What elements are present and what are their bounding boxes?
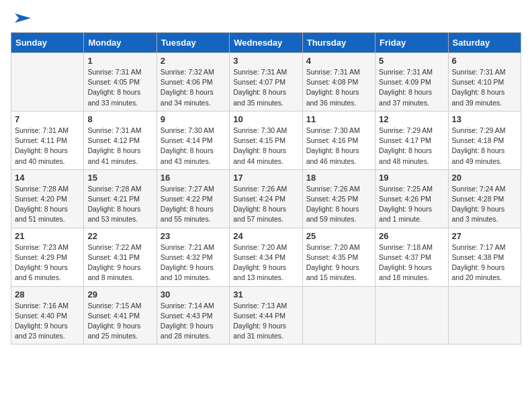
day-info: Sunrise: 7:31 AMSunset: 4:09 PMDaylight:… [379, 67, 444, 108]
calendar-cell: 8Sunrise: 7:31 AMSunset: 4:12 PMDaylight… [84, 111, 157, 169]
day-info: Sunrise: 7:25 AMSunset: 4:26 PMDaylight:… [379, 184, 444, 225]
svg-marker-0 [15, 13, 31, 23]
calendar-cell: 6Sunrise: 7:31 AMSunset: 4:10 PMDaylight… [448, 53, 521, 111]
calendar-table: SundayMondayTuesdayWednesdayThursdayFrid… [11, 32, 521, 345]
calendar-cell: 31Sunrise: 7:13 AMSunset: 4:44 PMDayligh… [230, 286, 302, 345]
day-info: Sunrise: 7:31 AMSunset: 4:07 PMDaylight:… [233, 67, 298, 108]
day-info: Sunrise: 7:24 AMSunset: 4:28 PMDaylight:… [452, 184, 517, 225]
day-info: Sunrise: 7:20 AMSunset: 4:34 PMDaylight:… [233, 242, 298, 283]
day-info: Sunrise: 7:32 AMSunset: 4:06 PMDaylight:… [161, 67, 226, 108]
day-number: 4 [306, 56, 371, 66]
day-info: Sunrise: 7:31 AMSunset: 4:05 PMDaylight:… [87, 67, 152, 108]
day-info: Sunrise: 7:17 AMSunset: 4:38 PMDaylight:… [452, 242, 517, 283]
day-number: 28 [15, 289, 80, 300]
day-number: 8 [87, 114, 152, 124]
day-info: Sunrise: 7:31 AMSunset: 4:11 PMDaylight:… [15, 126, 80, 167]
calendar-cell: 20Sunrise: 7:24 AMSunset: 4:28 PMDayligh… [448, 169, 521, 228]
calendar-cell: 5Sunrise: 7:31 AMSunset: 4:09 PMDaylight… [375, 53, 448, 111]
day-number: 20 [452, 173, 517, 183]
day-number: 7 [15, 114, 80, 124]
day-info: Sunrise: 7:16 AMSunset: 4:40 PMDaylight:… [15, 301, 80, 342]
day-number: 10 [233, 114, 298, 124]
calendar-cell: 24Sunrise: 7:20 AMSunset: 4:34 PMDayligh… [230, 228, 302, 286]
column-header-monday: Monday [84, 33, 157, 53]
day-info: Sunrise: 7:31 AMSunset: 4:08 PMDaylight:… [306, 67, 371, 108]
column-header-friday: Friday [375, 33, 448, 53]
calendar-cell: 28Sunrise: 7:16 AMSunset: 4:40 PMDayligh… [11, 286, 84, 345]
day-info: Sunrise: 7:30 AMSunset: 4:16 PMDaylight:… [306, 126, 371, 167]
day-info: Sunrise: 7:26 AMSunset: 4:25 PMDaylight:… [306, 184, 371, 225]
day-info: Sunrise: 7:15 AMSunset: 4:41 PMDaylight:… [87, 301, 152, 342]
calendar-cell [302, 286, 375, 345]
logo-icon [12, 11, 31, 26]
day-number: 14 [15, 173, 80, 183]
calendar-cell: 21Sunrise: 7:23 AMSunset: 4:29 PMDayligh… [11, 228, 84, 286]
day-info: Sunrise: 7:18 AMSunset: 4:37 PMDaylight:… [379, 242, 444, 283]
calendar-cell: 1Sunrise: 7:31 AMSunset: 4:05 PMDaylight… [84, 53, 157, 111]
calendar-cell: 13Sunrise: 7:29 AMSunset: 4:18 PMDayligh… [448, 111, 521, 169]
day-number: 21 [15, 231, 80, 241]
day-number: 25 [306, 231, 371, 241]
calendar-cell: 12Sunrise: 7:29 AMSunset: 4:17 PMDayligh… [375, 111, 448, 169]
day-number: 27 [452, 231, 517, 241]
day-info: Sunrise: 7:30 AMSunset: 4:14 PMDaylight:… [161, 126, 226, 167]
day-number: 5 [379, 56, 444, 66]
week-row-5: 28Sunrise: 7:16 AMSunset: 4:40 PMDayligh… [11, 286, 521, 345]
day-number: 19 [379, 173, 444, 183]
day-number: 11 [306, 114, 371, 124]
day-number: 6 [452, 56, 517, 66]
day-info: Sunrise: 7:13 AMSunset: 4:44 PMDaylight:… [233, 301, 298, 342]
calendar-cell: 7Sunrise: 7:31 AMSunset: 4:11 PMDaylight… [11, 111, 84, 169]
day-info: Sunrise: 7:26 AMSunset: 4:24 PMDaylight:… [233, 184, 298, 225]
calendar-header-row: SundayMondayTuesdayWednesdayThursdayFrid… [11, 33, 521, 53]
day-info: Sunrise: 7:31 AMSunset: 4:10 PMDaylight:… [452, 67, 517, 108]
calendar-cell: 25Sunrise: 7:20 AMSunset: 4:35 PMDayligh… [302, 228, 375, 286]
day-info: Sunrise: 7:31 AMSunset: 4:12 PMDaylight:… [87, 126, 152, 167]
day-number: 15 [87, 173, 152, 183]
day-info: Sunrise: 7:14 AMSunset: 4:43 PMDaylight:… [161, 301, 226, 342]
day-number: 29 [87, 289, 152, 300]
day-number: 30 [161, 289, 226, 300]
day-number: 1 [87, 56, 152, 66]
column-header-wednesday: Wednesday [230, 33, 302, 53]
calendar-cell: 2Sunrise: 7:32 AMSunset: 4:06 PMDaylight… [157, 53, 229, 111]
day-info: Sunrise: 7:29 AMSunset: 4:18 PMDaylight:… [452, 126, 517, 167]
week-row-2: 7Sunrise: 7:31 AMSunset: 4:11 PMDaylight… [11, 111, 521, 169]
day-info: Sunrise: 7:20 AMSunset: 4:35 PMDaylight:… [306, 242, 371, 283]
day-number: 12 [379, 114, 444, 124]
day-info: Sunrise: 7:29 AMSunset: 4:17 PMDaylight:… [379, 126, 444, 167]
calendar-cell: 17Sunrise: 7:26 AMSunset: 4:24 PMDayligh… [230, 169, 302, 228]
calendar-body: 1Sunrise: 7:31 AMSunset: 4:05 PMDaylight… [11, 53, 521, 345]
calendar-cell: 10Sunrise: 7:30 AMSunset: 4:15 PMDayligh… [230, 111, 302, 169]
calendar-cell: 9Sunrise: 7:30 AMSunset: 4:14 PMDaylight… [157, 111, 229, 169]
calendar-cell: 18Sunrise: 7:26 AMSunset: 4:25 PMDayligh… [302, 169, 375, 228]
calendar-cell [448, 286, 521, 345]
calendar-cell: 19Sunrise: 7:25 AMSunset: 4:26 PMDayligh… [375, 169, 448, 228]
calendar-cell: 3Sunrise: 7:31 AMSunset: 4:07 PMDaylight… [230, 53, 302, 111]
column-header-thursday: Thursday [302, 33, 375, 53]
day-info: Sunrise: 7:22 AMSunset: 4:31 PMDaylight:… [87, 242, 152, 283]
week-row-3: 14Sunrise: 7:28 AMSunset: 4:20 PMDayligh… [11, 169, 521, 228]
day-number: 24 [233, 231, 298, 241]
calendar-cell: 30Sunrise: 7:14 AMSunset: 4:43 PMDayligh… [157, 286, 229, 345]
day-number: 2 [161, 56, 226, 66]
day-number: 16 [161, 173, 226, 183]
calendar-cell: 14Sunrise: 7:28 AMSunset: 4:20 PMDayligh… [11, 169, 84, 228]
logo [11, 11, 31, 26]
day-info: Sunrise: 7:21 AMSunset: 4:32 PMDaylight:… [161, 242, 226, 283]
calendar-cell [375, 286, 448, 345]
calendar-cell: 15Sunrise: 7:28 AMSunset: 4:21 PMDayligh… [84, 169, 157, 228]
calendar-cell: 22Sunrise: 7:22 AMSunset: 4:31 PMDayligh… [84, 228, 157, 286]
day-number: 17 [233, 173, 298, 183]
day-info: Sunrise: 7:28 AMSunset: 4:21 PMDaylight:… [87, 184, 152, 225]
day-number: 23 [161, 231, 226, 241]
week-row-4: 21Sunrise: 7:23 AMSunset: 4:29 PMDayligh… [11, 228, 521, 286]
calendar-cell: 26Sunrise: 7:18 AMSunset: 4:37 PMDayligh… [375, 228, 448, 286]
calendar-cell: 11Sunrise: 7:30 AMSunset: 4:16 PMDayligh… [302, 111, 375, 169]
column-header-saturday: Saturday [448, 33, 521, 53]
day-number: 22 [87, 231, 152, 241]
day-number: 9 [161, 114, 226, 124]
day-info: Sunrise: 7:27 AMSunset: 4:22 PMDaylight:… [161, 184, 226, 225]
column-header-sunday: Sunday [11, 33, 84, 53]
day-info: Sunrise: 7:28 AMSunset: 4:20 PMDaylight:… [15, 184, 80, 225]
